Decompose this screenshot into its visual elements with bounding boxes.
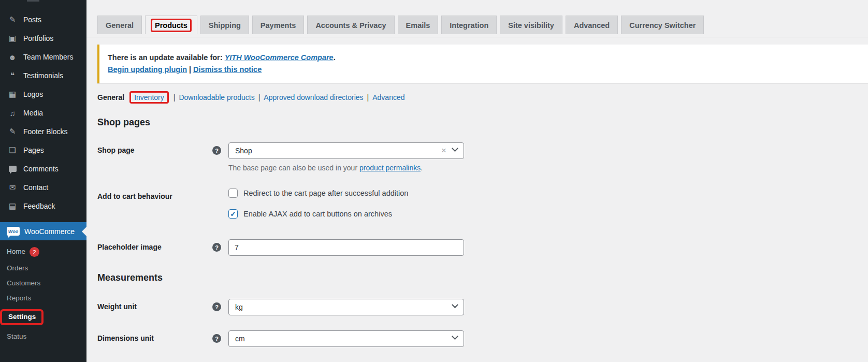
checkbox-label: Redirect to the cart page after successf… [243,189,408,197]
sidebar-item-pages[interactable]: ❏ Pages [0,141,86,160]
notice-text: There is an update available for: YITH W… [108,53,860,62]
subnav-current-general[interactable]: General [97,93,124,102]
sidebar-item-label: Pages [23,146,44,154]
settings-tabs: General Products Shipping Payments Accou… [86,0,868,34]
plugin-update-link[interactable]: YITH WooCommerce Compare [225,53,334,62]
envelope-icon: ✉ [7,183,18,192]
pages-icon: ❏ [7,146,18,155]
clear-icon[interactable]: × [441,146,446,156]
sidebar-item-label: Posts [23,16,41,24]
sidebar-item-footer-blocks[interactable]: ✎ Footer Blocks [0,122,86,141]
shop-page-row: Shop page ? Shop × The base page can als… [97,142,868,172]
weight-unit-control: kg [226,299,868,315]
sidebar-item-portfolios[interactable]: ▣ Portfolios [0,29,86,48]
sidebar-item-posts[interactable]: ✎ Posts [0,10,86,29]
subnav-link-approved-download-directories[interactable]: Approved download directories [264,93,363,102]
help-icon[interactable]: ? [212,334,221,343]
begin-updating-plugin-link[interactable]: Begin updating plugin [108,65,187,74]
sidebar-item-label: WooCommerce [24,227,75,236]
subnav-link-inventory[interactable]: Inventory [134,93,164,102]
tab-site-visibility[interactable]: Site visibility [500,16,562,34]
placeholder-image-input[interactable] [228,239,464,256]
tab-payments[interactable]: Payments [252,16,305,34]
tab-advanced[interactable]: Advanced [566,16,618,34]
update-count-badge: 2 [30,247,39,257]
shop-page-label: Shop page [97,142,212,154]
subnav-link-downloadable-products[interactable]: Downloadable products [179,93,254,102]
checkbox-label: Enable AJAX add to cart buttons on archi… [243,210,392,218]
sidebar-item-label: Contact [23,183,48,192]
shop-page-select[interactable]: Shop × [228,142,464,159]
sidebar-item-feedback[interactable]: ▤ Feedback [0,197,86,215]
help-icon[interactable]: ? [212,243,221,252]
help-icon[interactable]: ? [212,146,221,155]
tab-currency-switcher[interactable]: Currency Switcher [621,16,704,34]
sidebar-item-label: Feedback [23,202,55,210]
submenu-item-customers[interactable]: Customers [0,276,86,291]
weight-unit-select-value: kg [235,303,453,311]
product-permalinks-link[interactable]: product permalinks [359,164,421,172]
annotation-red-box: Inventory [129,91,169,104]
sidebar-item-label: Footer Blocks [23,127,68,136]
woocommerce-submenu: Home2 Orders Customers Reports Settings … [0,240,86,344]
dimensions-unit-row: Dimensions unit ? cm [97,330,868,347]
subnav-separator: | [367,93,369,102]
submenu-item-orders[interactable]: Orders [0,260,86,276]
chevron-down-icon [452,333,458,340]
helper-text-before: The base page can also be used in your [228,164,359,172]
placeholder-image-row: Placeholder image ? [97,239,868,256]
tab-accounts-privacy[interactable]: Accounts & Privacy [307,16,394,34]
sidebar-item-comments[interactable]: Comments [0,160,86,178]
sidebar-item-label: Team Members [23,53,73,61]
section-title-measurements: Measurements [97,272,868,283]
subnav-separator: | [258,93,261,102]
update-notice: There is an update available for: YITH W… [97,45,868,83]
sidebar-item-label: Comments [23,165,59,173]
notice-text-before: There is an update available for: [108,53,225,62]
partial-menu-item [27,0,39,2]
sidebar-item-woocommerce[interactable]: Woo WooCommerce [0,222,86,240]
tab-general[interactable]: General [97,16,142,34]
sidebar-item-testimonials[interactable]: ❝ Testimonials [0,66,86,85]
placeholder-image-label: Placeholder image [97,239,212,251]
media-icon: ♫ [7,109,18,118]
tabs-divider [86,37,868,37]
add-to-cart-row: Add to cart behaviour Redirect to the ca… [97,189,868,230]
annotation-red-box: Settings [0,309,44,325]
form-icon: ▤ [7,201,18,211]
sidebar-item-team-members[interactable]: ☻ Team Members [0,48,86,66]
sidebar-item-media[interactable]: ♫ Media [0,104,86,122]
tab-label: Products [155,21,187,30]
sidebar-item-contact[interactable]: ✉ Contact [0,178,86,197]
subnav-link-advanced[interactable]: Advanced [372,93,404,102]
sidebar-item-logos[interactable]: ▦ Logos [0,85,86,104]
settings-content: General Products Shipping Payments Accou… [86,0,868,362]
enable-ajax-checkbox[interactable]: ✓ [228,209,238,219]
tab-emails[interactable]: Emails [398,16,439,34]
grid-icon: ▦ [7,90,18,99]
dimensions-unit-control: cm [226,330,868,347]
subnav-separator: | [173,93,176,102]
woocommerce-logo-icon: Woo [7,227,20,236]
tab-integration[interactable]: Integration [441,16,497,34]
shop-page-select-value: Shop [235,147,441,155]
submenu-item-status[interactable]: Status [0,329,86,344]
current-menu-arrow [77,227,86,236]
dimensions-unit-select[interactable]: cm [228,330,464,347]
submenu-item-settings[interactable]: Settings [0,306,86,329]
tab-shipping[interactable]: Shipping [200,16,249,34]
submenu-item-reports[interactable]: Reports [0,291,86,306]
pushpin-icon: ✎ [7,127,18,136]
redirect-to-cart-option: Redirect to the cart page after successf… [228,189,868,198]
redirect-to-cart-checkbox[interactable] [228,189,238,198]
help-icon[interactable]: ? [212,302,221,311]
admin-menu: ✎ Posts ▣ Portfolios ☻ Team Members ❝ Te… [0,0,86,344]
dimensions-unit-label: Dimensions unit [97,330,212,342]
notice-actions: Begin updating plugin|Dismiss this notic… [108,65,860,74]
dismiss-notice-link[interactable]: Dismiss this notice [193,65,262,74]
weight-unit-select[interactable]: kg [228,299,464,315]
comment-icon [9,166,17,172]
submenu-item-home[interactable]: Home2 [0,243,86,260]
tab-products[interactable]: Products [145,16,197,34]
enable-ajax-option: ✓ Enable AJAX add to cart buttons on arc… [228,209,868,219]
